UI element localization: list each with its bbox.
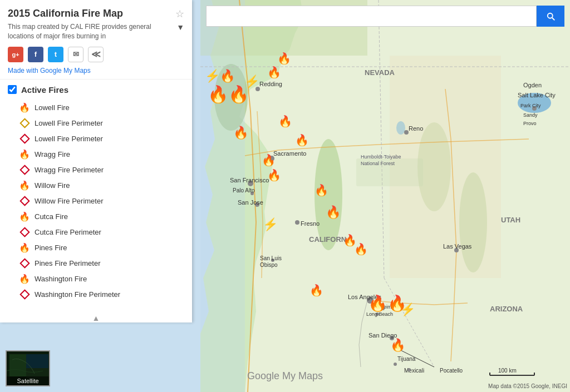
fire-marker-16[interactable]: 🔥 [309,285,323,296]
legend-item-pines-fire[interactable]: 🔥Pines Fire [8,240,184,256]
legend-item-washington-fire-perimeter[interactable]: Washington Fire Perimeter [8,287,184,302]
svg-text:Salt Lake City: Salt Lake City [518,92,556,98]
svg-text:Reno: Reno [409,125,423,132]
legend-item-label: Wragg Fire [35,150,70,158]
legend-item-cutca-fire[interactable]: 🔥Cutca Fire [8,209,184,225]
svg-text:ARIZONA: ARIZONA [490,305,523,313]
fire-icon: 🔥 [19,149,30,160]
email-button[interactable]: ✉ [68,47,83,62]
fire-marker-2[interactable]: 🔥🔥 [208,86,249,103]
layer-header[interactable]: Active Fires [8,85,184,95]
fire-icon: 🔥 [19,180,30,191]
svg-text:San Luis: San Luis [260,255,282,261]
share-button[interactable]: ≪ [88,47,104,62]
svg-text:Long Beach: Long Beach [366,311,393,317]
legend-item-willow-fire[interactable]: 🔥Willow Fire [8,178,184,193]
legend-item-label: Lowell Fire Perimeter [35,119,103,127]
perimeter-icon [19,118,30,129]
svg-point-10 [396,121,405,135]
svg-text:Pocatello: Pocatello [440,368,463,374]
google-my-maps-label: Google My Maps [247,370,323,382]
fire-marker-6[interactable]: 🔥 [233,127,248,139]
svg-text:Mexicali: Mexicali [404,368,424,374]
legend-list: 🔥Lowell FireLowell Fire PerimeterLowell … [8,100,184,302]
perimeter-icon [19,258,30,269]
svg-text:Palo Alto: Palo Alto [233,187,255,193]
fire-icon: 🔥 [19,274,30,285]
twitter-button[interactable]: t [48,47,63,62]
satellite-label: Satellite [7,376,49,385]
svg-point-58 [407,368,411,371]
made-with-google-maps-link[interactable]: Made with Google My Maps [8,67,184,75]
fire-marker-13[interactable]: ⚡ [263,219,278,231]
star-icon[interactable]: ☆ [175,8,184,20]
svg-point-20 [295,220,299,225]
legend-item-label: Lowell Fire [35,103,70,112]
legend-item-label: Cutca Fire [35,212,68,221]
legend-item-lowell-fire-perimeter-1[interactable]: Lowell Fire Perimeter [8,116,184,131]
svg-rect-65 [9,354,26,376]
svg-text:Ogden: Ogden [523,82,542,88]
legend-item-wragg-fire-perimeter[interactable]: Wragg Fire Perimeter [8,162,184,178]
active-fires-label: Active Fires [21,85,68,95]
fire-marker-8[interactable]: 🔥 [295,135,309,146]
legend-item-washington-fire[interactable]: 🔥Washington Fire [8,271,184,287]
sidebar: 2015 California Fire Map ☆ This map crea… [0,0,192,322]
legend-item-willow-fire-perimeter[interactable]: Willow Fire Perimeter [8,193,184,209]
fire-marker-11[interactable]: 🔥 [315,185,328,196]
fire-marker-3[interactable]: ⚡ [244,76,259,88]
perimeter-icon [19,133,30,145]
svg-text:Fresno: Fresno [301,220,320,227]
sidebar-title: 2015 California Fire Map [8,8,123,19]
svg-text:Park City: Park City [520,103,541,108]
sidebar-description: This map created by CAL FIRE provides ge… [8,22,184,41]
active-fires-checkbox[interactable] [8,85,17,94]
perimeter-icon [19,165,30,176]
svg-rect-8 [200,0,245,392]
sidebar-header: 2015 California Fire Map ☆ This map crea… [0,0,192,80]
legend-item-label: Washington Fire [35,275,87,283]
fire-marker-19[interactable]: 🔥 [390,339,405,351]
legend-item-pines-fire-perimeter[interactable]: Pines Fire Perimeter [8,256,184,271]
fire-icon: 🔥 [19,211,30,222]
svg-text:100 km: 100 km [498,368,517,374]
fire-marker-5[interactable]: 🔥 [277,53,291,64]
svg-text:Sandy: Sandy [523,112,538,118]
svg-text:Redding: Redding [259,81,282,87]
fire-marker-4[interactable]: 🔥 [267,67,281,78]
svg-text:NEVADA: NEVADA [365,68,395,77]
search-button[interactable] [537,6,564,27]
fire-marker-18[interactable]: ⚡ [400,304,415,316]
sidebar-title-row: 2015 California Fire Map ☆ [8,8,184,20]
svg-text:National Forest: National Forest [361,161,395,166]
legend-item-cutca-fire-perimeter[interactable]: Cutca Fire Perimeter [8,225,184,240]
fire-marker-9[interactable]: 🔥 [262,155,276,166]
svg-text:Tijuana: Tijuana [397,356,416,362]
google-plus-button[interactable]: g+ [8,47,23,62]
satellite-thumbnail[interactable]: Satellite [6,350,50,386]
sidebar-content: Active Fires 🔥Lowell FireLowell Fire Per… [0,80,192,322]
fire-marker-1[interactable]: ⚡🔥 [205,70,235,82]
svg-text:Provo: Provo [523,121,537,126]
perimeter-icon [19,289,30,300]
legend-item-lowell-fire[interactable]: 🔥Lowell Fire [8,100,184,116]
fire-marker-15[interactable]: 🔥 [354,244,368,255]
svg-text:UTAH: UTAH [501,216,520,224]
fire-marker-7[interactable]: 🔥 [278,116,292,127]
social-icons-row: g+ f t ✉ ≪ [8,47,184,62]
facebook-button[interactable]: f [28,47,43,62]
legend-item-label: Wragg Fire Perimeter [35,166,104,174]
chevron-down-icon[interactable]: ▼ [176,22,184,33]
legend-item-wragg-fire[interactable]: 🔥Wragg Fire [8,147,184,162]
legend-item-label: Washington Fire Perimeter [35,290,120,299]
fire-icon: 🔥 [19,242,30,254]
fire-marker-10[interactable]: 🔥 [267,170,281,181]
fire-marker-12[interactable]: 🔥 [326,206,341,219]
legend-item-label: Willow Fire [35,181,70,190]
legend-item-lowell-fire-perimeter-2[interactable]: Lowell Fire Perimeter [8,131,184,147]
perimeter-icon [19,227,30,238]
sidebar-description-text: This map created by CAL FIRE provides ge… [8,22,172,41]
svg-point-57 [394,363,397,366]
search-input[interactable] [206,6,537,27]
legend-item-label: Cutca Fire Perimeter [35,228,101,236]
